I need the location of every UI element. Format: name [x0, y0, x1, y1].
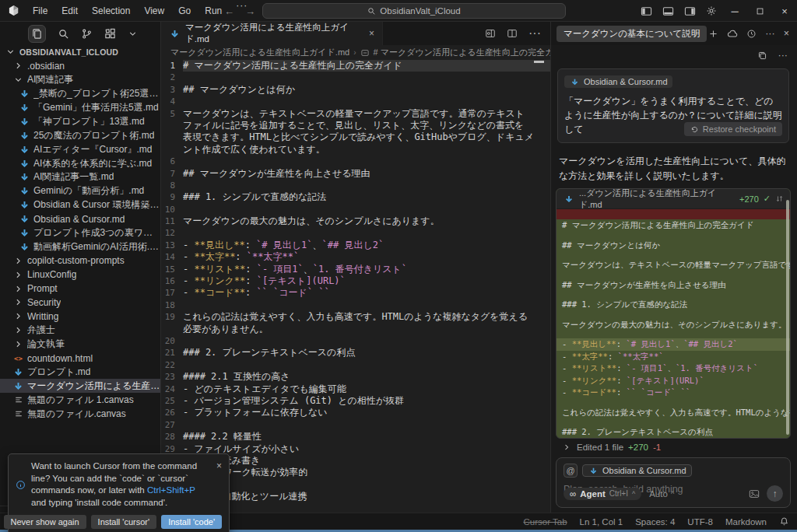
- editor-line[interactable]: 22: [161, 359, 550, 371]
- mode-selector[interactable]: ∞ Agent Ctrl+I ^: [564, 488, 641, 500]
- search-view-icon[interactable]: [58, 28, 69, 40]
- editor-line[interactable]: 12: [161, 227, 550, 239]
- explorer-item[interactable]: AI関連記事一覧.md: [0, 170, 160, 184]
- status-cursor-tab[interactable]: Cursor Tab: [524, 517, 567, 527]
- source-control-icon[interactable]: [81, 28, 93, 40]
- context-file-chip[interactable]: Obsidian & Cursor.md: [564, 75, 672, 88]
- editor-line[interactable]: 18: [161, 299, 550, 311]
- install-code-button[interactable]: Install 'code': [161, 515, 222, 529]
- never-show-again-button[interactable]: Never show again: [4, 515, 86, 529]
- explorer-root[interactable]: OBSIDIANVALT_ICLOUD: [0, 45, 160, 59]
- status-cursor-position[interactable]: Ln 1, Col 1: [580, 517, 623, 527]
- editor-line[interactable]: 14- **太字**: `**太字**`: [161, 251, 550, 263]
- close-window-icon[interactable]: ×: [772, 0, 797, 22]
- editor-line[interactable]: 13- **見出し**: `# 見出し1`、`## 見出し2`: [161, 240, 550, 251]
- explorer-item[interactable]: Geminiの「動画分析」.md: [0, 184, 160, 198]
- explorer-item[interactable]: 25の魔法のプロンプト術.md: [0, 128, 160, 142]
- explorer-item[interactable]: マークダウン活用による生産性向上ガイド.md: [0, 379, 160, 393]
- explorer-item[interactable]: .obsidian: [0, 59, 160, 73]
- chat-input-box[interactable]: @ Obsidian & Cursor.md Plan, search, bui…: [556, 457, 791, 508]
- toggle-primary-sidebar-icon[interactable]: [635, 0, 657, 22]
- editor-line[interactable]: 9### 1. シンプルで直感的な記法: [161, 191, 550, 203]
- split-editor-icon[interactable]: [507, 28, 518, 39]
- editor-line[interactable]: 21### 2. プレーンテキストベースの利点: [161, 347, 550, 359]
- editor-line[interactable]: 7## マークダウンが生産性を向上させる理由: [161, 168, 550, 180]
- explorer-item[interactable]: プロンプト作成3つの裏ワザ.md: [0, 226, 160, 240]
- explorer-item[interactable]: 無題のファイル 1.canvas: [0, 393, 160, 407]
- minimap[interactable]: [534, 61, 544, 63]
- editor-code[interactable]: 1# マークダウン活用による生産性向上の完全ガイド23## マークダウンとは何か…: [161, 60, 550, 513]
- explorer-item[interactable]: Obsidian & Cursor.md: [0, 212, 160, 226]
- restore-checkpoint-button[interactable]: Restore checkpoint: [684, 122, 782, 136]
- open-preview-icon[interactable]: [485, 28, 496, 39]
- menu-view[interactable]: View: [137, 0, 171, 22]
- status-encoding[interactable]: UTF-8: [687, 517, 713, 527]
- editor-line[interactable]: 2: [161, 72, 550, 83]
- explorer-item[interactable]: Prompt: [0, 282, 160, 296]
- explorer-item[interactable]: プロンプト.md: [0, 365, 160, 379]
- forward-icon[interactable]: →: [245, 5, 255, 17]
- editor-line[interactable]: 24- どのテキストエディタでも編集可能: [161, 383, 550, 395]
- breadcrumb[interactable]: マークダウン活用による生産性向上ガイド.md › # マークダウン活用による生産…: [161, 45, 550, 60]
- explorer-item[interactable]: 弁護士: [0, 324, 160, 338]
- command-center-search[interactable]: ObsidianValt_iCloud: [262, 3, 566, 19]
- menu-selection[interactable]: Selection: [85, 0, 137, 22]
- toggle-panel-icon[interactable]: [657, 0, 679, 22]
- toggle-secondary-sidebar-icon[interactable]: [679, 0, 700, 22]
- explorer-item[interactable]: Writting: [0, 310, 160, 324]
- editor-line[interactable]: 4: [161, 96, 550, 107]
- editor-line[interactable]: 8: [161, 180, 550, 191]
- message-more-icon[interactable]: ···: [778, 50, 788, 61]
- breadcrumb-file[interactable]: マークダウン活用による生産性向上ガイド.md: [170, 47, 349, 58]
- editor-line[interactable]: 16- **リンク**: `[テキスト](URL)`: [161, 275, 550, 287]
- explorer-item[interactable]: 無題のファイル.canvas: [0, 407, 160, 421]
- editor-line[interactable]: ント作成で広く使われています。: [161, 144, 550, 156]
- editor-more-icon[interactable]: ···: [528, 26, 541, 40]
- chat-tab[interactable]: マークダウンの基本について説明: [556, 26, 707, 42]
- editor-line[interactable]: 20: [161, 335, 550, 347]
- editor-line[interactable]: 5マークダウンは、テキストベースの軽量マークアップ言語です。通常のテキスト: [161, 108, 550, 120]
- new-chat-icon[interactable]: [708, 29, 718, 39]
- explorer-item[interactable]: AIエディター『Cursor』.md: [0, 142, 160, 156]
- minimize-icon[interactable]: ─: [722, 0, 747, 22]
- explorer-item[interactable]: 動画解析GeminiのAI活用術.md: [0, 240, 160, 254]
- editor-line[interactable]: 28#### 2.2 軽量性: [161, 431, 550, 443]
- explorer-item[interactable]: 「神プロンプト」13選.md: [0, 114, 160, 128]
- editor-line[interactable]: 26- プラットフォームに依存しない: [161, 407, 550, 418]
- chat-more-icon[interactable]: ···: [765, 28, 775, 39]
- close-notification-icon[interactable]: ×: [216, 460, 222, 509]
- breadcrumb-symbol[interactable]: # マークダウン活用による生産性向上の完全ガイド: [374, 47, 550, 58]
- menu-edit[interactable]: Edit: [54, 0, 85, 22]
- editor-line[interactable]: 17- **コード**: `` `コード` ``: [161, 287, 550, 299]
- explorer-item[interactable]: AI体系的を体系的に学ぶ.md: [0, 156, 160, 170]
- edited-files-row[interactable]: Edited 1 file +270 -1: [560, 443, 661, 452]
- editor-line[interactable]: ファイルに記号を追加することで、見出し、リスト、太字、リンクなどの書式を: [161, 120, 550, 131]
- image-attach-icon[interactable]: [749, 488, 760, 499]
- cloud-icon[interactable]: [727, 28, 738, 39]
- maximize-icon[interactable]: [747, 0, 772, 22]
- editor-line[interactable]: 19これらの記法は覚えやすく、入力も高速です。HTMLのような複雑なタグを覚える: [161, 311, 550, 323]
- add-context-button[interactable]: @: [564, 464, 578, 478]
- explorer-item[interactable]: 論文執筆: [0, 338, 160, 352]
- keybinding-link[interactable]: Ctrl+Shift+P: [147, 485, 195, 495]
- settings-gear-icon[interactable]: [700, 0, 722, 22]
- back-icon[interactable]: ←: [224, 5, 234, 17]
- explorer-item[interactable]: Security: [0, 296, 160, 310]
- explorer-item[interactable]: LinuxConfig: [0, 268, 160, 282]
- explorer-item[interactable]: _禁断の_プロンプト術25選.md: [0, 87, 160, 101]
- notifications-bell-icon[interactable]: [779, 516, 789, 527]
- explorer-item[interactable]: copilot-custom-prompts: [0, 254, 160, 268]
- explorer-item[interactable]: AI関連記事: [0, 73, 160, 87]
- install-cursor-button[interactable]: Install 'cursor': [91, 515, 157, 529]
- editor-line[interactable]: 1# マークダウン活用による生産性向上の完全ガイド: [161, 60, 550, 72]
- copy-icon[interactable]: [757, 50, 767, 61]
- editor-line[interactable]: 11マークダウンの最大の魅力は、そのシンプルさにあります。: [161, 215, 550, 227]
- editor-line[interactable]: 3## マークダウンとは何か: [161, 84, 550, 96]
- menu-file[interactable]: File: [26, 0, 54, 22]
- editor-line[interactable]: 25- バージョン管理システム (Git) との相性が抜群: [161, 395, 550, 407]
- editor-line[interactable]: 27: [161, 419, 550, 431]
- editor-tab[interactable]: マークダウン活用による生産性向上ガイド.md ×: [161, 22, 383, 45]
- model-selector[interactable]: Auto ^: [649, 489, 674, 499]
- swap-arrows-icon[interactable]: [775, 194, 784, 203]
- explorer-icon[interactable]: [28, 25, 46, 43]
